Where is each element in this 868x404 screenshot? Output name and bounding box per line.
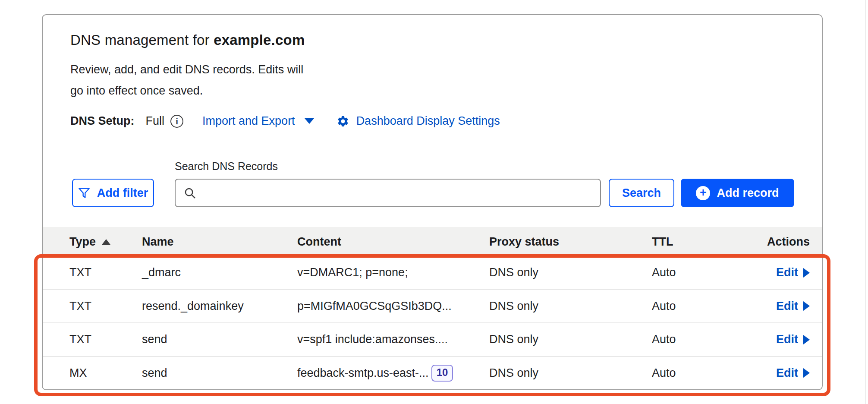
search-label: Search DNS Records [175,160,278,173]
column-header-name[interactable]: Name [142,235,297,249]
column-header-proxy-status[interactable]: Proxy status [489,235,652,249]
search-button[interactable]: Search [609,179,674,207]
search-icon [183,186,196,199]
page-right-border [865,0,866,404]
cell-name: send [142,333,297,346]
dns-setup-value: Full [146,114,165,128]
chevron-down-icon [305,118,314,124]
cell-content: v=spf1 include:amazonses.... [297,333,489,346]
add-record-label: Add record [717,186,779,200]
filter-icon [78,187,90,199]
table-row: MX send feedback-smtp.us-east-... 10 DNS… [43,357,822,390]
domain-name: example.com [214,32,305,48]
arrow-right-icon [803,368,810,378]
table-row: TXT send v=spf1 include:amazonses.... DN… [43,323,822,357]
edit-label: Edit [776,300,798,313]
column-header-ttl[interactable]: TTL [652,235,732,249]
search-input-container [175,179,601,207]
dashboard-display-settings-link[interactable]: Dashboard Display Settings [337,114,500,128]
description-line: Review, add, and edit DNS records. Edits… [70,59,303,80]
edit-label: Edit [776,366,798,380]
gear-icon [337,115,349,128]
cell-proxy-status: DNS only [489,266,652,279]
dns-management-card: DNS management for example.com Review, a… [42,14,823,390]
add-filter-label: Add filter [97,186,148,200]
dns-setup-row: DNS Setup: Full i Import and Export Dash… [70,114,500,128]
cell-type: TXT [43,266,142,279]
page-description: Review, add, and edit DNS records. Edits… [70,59,303,101]
column-header-type-label: Type [69,235,96,249]
cell-type: TXT [43,300,142,313]
cell-name: resend._domainkey [142,300,297,313]
plus-icon: + [696,186,710,200]
cell-ttl: Auto [652,300,732,313]
cell-content: v=DMARC1; p=none; [297,266,489,279]
cell-proxy-status: DNS only [489,300,652,313]
column-header-content[interactable]: Content [297,235,489,249]
cell-content-text: feedback-smtp.us-east-... [297,366,429,380]
cell-content: p=MIGfMA0GCSqGSIb3DQ... [297,300,489,313]
column-header-type[interactable]: Type [43,235,142,249]
cell-name: send [142,366,297,380]
edit-label: Edit [776,333,798,346]
cell-name: _dmarc [142,266,297,279]
table-row: TXT _dmarc v=DMARC1; p=none; DNS only Au… [43,256,822,290]
mx-priority-badge: 10 [431,365,453,382]
cell-content: feedback-smtp.us-east-... 10 [297,365,489,382]
page-title: DNS management for example.com [70,32,305,49]
cell-ttl: Auto [652,333,732,346]
cell-proxy-status: DNS only [489,366,652,380]
search-button-label: Search [622,186,661,200]
table-row: TXT resend._domainkey p=MIGfMA0GCSqGSIb3… [43,290,822,324]
cell-type: TXT [43,333,142,346]
edit-label: Edit [776,266,798,279]
dashboard-display-settings-label: Dashboard Display Settings [356,114,500,128]
import-export-link[interactable]: Import and Export [202,114,314,128]
search-input[interactable] [196,180,600,206]
edit-record-link[interactable]: Edit [776,366,810,380]
edit-record-link[interactable]: Edit [776,333,810,346]
arrow-right-icon [803,335,810,344]
edit-record-link[interactable]: Edit [776,300,810,313]
dns-setup-label: DNS Setup: [70,114,135,128]
dns-records-table: Type Name Content Proxy status TTL Actio… [43,227,822,389]
add-filter-button[interactable]: Add filter [72,179,154,207]
add-record-button[interactable]: + Add record [681,179,794,207]
cell-ttl: Auto [652,266,732,279]
description-line: go into effect once saved. [70,80,303,101]
import-export-label: Import and Export [202,114,295,128]
page-title-prefix: DNS management for [70,32,210,48]
arrow-right-icon [803,268,810,278]
table-header-row: Type Name Content Proxy status TTL Actio… [43,227,822,256]
edit-record-link[interactable]: Edit [776,266,810,279]
cell-proxy-status: DNS only [489,333,652,346]
info-icon[interactable]: i [170,115,183,128]
cell-ttl: Auto [652,366,732,380]
sort-ascending-icon [102,239,110,245]
cell-type: MX [43,366,142,380]
arrow-right-icon [803,301,810,311]
column-header-actions: Actions [732,235,822,249]
